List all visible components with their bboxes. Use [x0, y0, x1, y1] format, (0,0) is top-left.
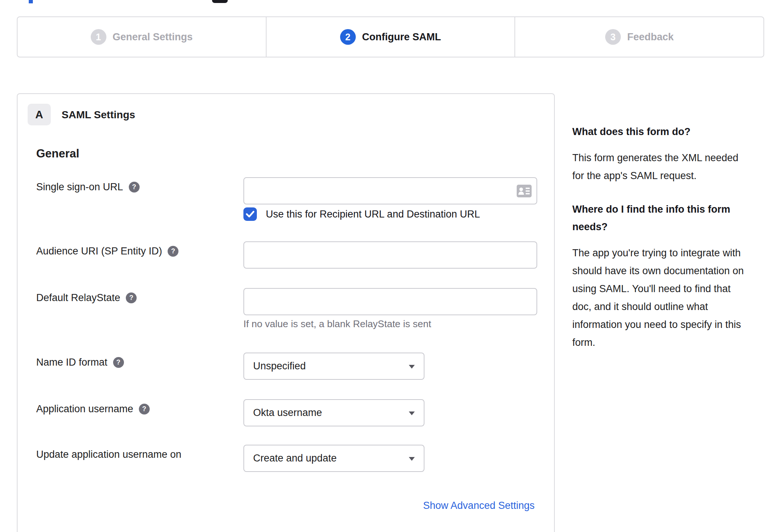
update-application-username-value: Create and update: [253, 453, 337, 464]
cut-off-blue-element: [29, 0, 33, 3]
section-title: SAML Settings: [62, 109, 135, 121]
name-id-format-select[interactable]: Unspecified: [243, 353, 424, 380]
sso-url-input[interactable]: [243, 177, 537, 204]
name-id-format-value: Unspecified: [253, 360, 306, 372]
name-id-format-label-text: Name ID format: [36, 357, 108, 368]
audience-uri-input[interactable]: [243, 241, 537, 269]
step-label: Feedback: [627, 31, 674, 43]
cut-off-black-element: [212, 0, 228, 3]
help-icon[interactable]: ?: [168, 246, 178, 257]
relaystate-hint: If no value is set, a blank RelayState i…: [243, 318, 431, 330]
step-label: General Settings: [113, 31, 193, 43]
application-username-value: Okta username: [253, 407, 322, 419]
step-feedback[interactable]: 3 Feedback: [514, 17, 763, 57]
step-configure-saml[interactable]: 2 Configure SAML: [266, 17, 515, 57]
sso-url-label-text: Single sign-on URL: [36, 181, 123, 193]
help-section-where: Where do I find the info this form needs…: [572, 201, 763, 351]
recipient-url-checkbox-row: Use this for Recipient URL and Destinati…: [243, 207, 480, 221]
contact-card-icon: [517, 185, 532, 197]
default-relaystate-label: Default RelayState ?: [36, 292, 137, 304]
default-relaystate-label-text: Default RelayState: [36, 292, 120, 304]
help-heading: Where do I find the info this form needs…: [572, 201, 763, 236]
update-application-username-label: Update application username on: [36, 449, 181, 460]
configure-saml-page: 1 General Settings 2 Configure SAML 3 Fe…: [0, 0, 781, 532]
chevron-down-icon: [409, 365, 415, 369]
section-badge-a: A: [28, 104, 51, 125]
name-id-format-label: Name ID format ?: [36, 357, 124, 368]
step-label: Configure SAML: [362, 31, 441, 43]
step-number-badge: 3: [605, 29, 621, 45]
chevron-down-icon: [409, 411, 415, 415]
help-icon[interactable]: ?: [129, 182, 140, 193]
show-advanced-settings-link[interactable]: Show Advanced Settings: [423, 500, 535, 511]
application-username-label: Application username ?: [36, 403, 150, 415]
application-username-label-text: Application username: [36, 403, 133, 415]
help-icon[interactable]: ?: [126, 292, 137, 303]
recipient-url-checkbox[interactable]: [243, 207, 257, 221]
help-body: The app you're trying to integrate with …: [572, 244, 763, 351]
help-icon[interactable]: ?: [139, 404, 150, 414]
sso-url-label: Single sign-on URL ?: [36, 181, 140, 193]
step-general-settings[interactable]: 1 General Settings: [18, 17, 266, 57]
update-application-username-label-text: Update application username on: [36, 449, 181, 460]
step-number-badge: 1: [91, 29, 106, 45]
recipient-url-checkbox-label: Use this for Recipient URL and Destinati…: [266, 209, 480, 220]
default-relaystate-input[interactable]: [243, 288, 537, 315]
help-section-what: What does this form do? This form genera…: [572, 123, 763, 185]
help-heading: What does this form do?: [572, 123, 763, 141]
chevron-down-icon: [409, 457, 415, 461]
saml-settings-card: A SAML Settings General Single sign-on U…: [17, 93, 555, 532]
help-panel: What does this form do? This form genera…: [572, 123, 763, 351]
help-icon[interactable]: ?: [113, 357, 124, 368]
audience-uri-label-text: Audience URI (SP Entity ID): [36, 245, 162, 257]
help-body: This form generates the XML needed for t…: [572, 149, 763, 185]
step-number-badge: 2: [340, 29, 356, 45]
wizard-stepper: 1 General Settings 2 Configure SAML 3 Fe…: [17, 16, 764, 57]
audience-uri-label: Audience URI (SP Entity ID) ?: [36, 245, 178, 257]
application-username-select[interactable]: Okta username: [243, 399, 424, 426]
general-group-heading: General: [36, 147, 79, 160]
update-application-username-select[interactable]: Create and update: [243, 445, 424, 472]
